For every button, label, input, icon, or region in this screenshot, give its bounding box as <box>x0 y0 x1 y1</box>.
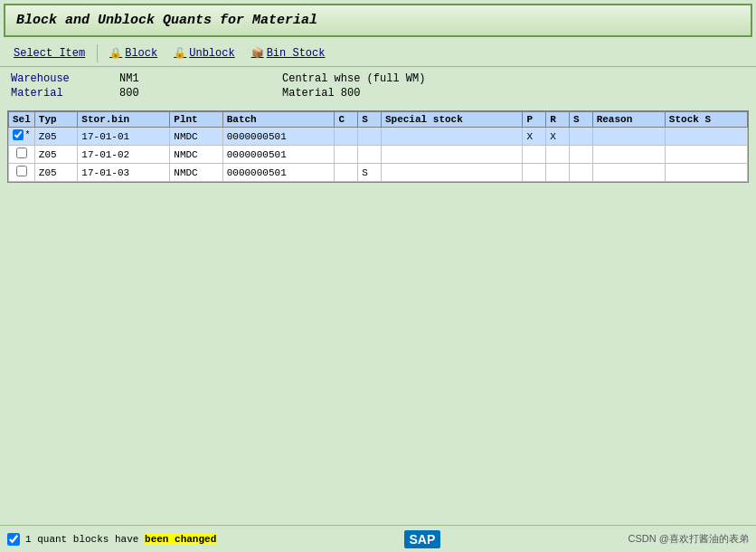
batch-cell: 0000000501 <box>222 146 335 164</box>
s2-cell <box>569 128 592 146</box>
select-item-label: Select Item <box>14 47 85 60</box>
warehouse-row: Warehouse NM1 Central whse (full WM) <box>11 72 745 85</box>
stor-bin-cell: 17-01-03 <box>78 164 170 182</box>
unlock-icon <box>174 47 186 60</box>
table-row: *Z0517-01-01NMDC0000000501XX <box>9 128 748 146</box>
table-row: Z0517-01-02NMDC0000000501 <box>9 146 748 164</box>
stor-bin-cell: 17-01-01 <box>78 128 170 146</box>
stock-s-cell <box>665 146 747 164</box>
quants-table: Sel Typ Stor.bin Plnt Batch C S Special … <box>8 111 748 182</box>
table-body: *Z0517-01-01NMDC0000000501XXZ0517-01-02N… <box>9 128 748 182</box>
plnt-cell: NMDC <box>170 164 222 182</box>
p-cell <box>523 164 546 182</box>
batch-cell: 0000000501 <box>222 128 335 146</box>
reason-cell <box>592 164 665 182</box>
sel-cell[interactable]: * <box>9 128 35 146</box>
col-stor-bin: Stor.bin <box>78 112 170 128</box>
plnt-cell: NMDC <box>170 146 222 164</box>
warehouse-value: NM1 <box>119 72 192 85</box>
table-header-row: Sel Typ Stor.bin Plnt Batch C S Special … <box>9 112 748 128</box>
row-checkbox[interactable] <box>16 148 27 158</box>
title-text: Block and Unblock Quants for Material <box>16 13 317 28</box>
col-typ: Typ <box>34 112 78 128</box>
typ-cell: Z05 <box>34 164 78 182</box>
stock-s-cell <box>665 164 747 182</box>
special-stock-cell <box>381 146 522 164</box>
c-cell <box>335 146 358 164</box>
material-label: Material <box>11 87 83 100</box>
select-item-button[interactable]: Select Item <box>7 44 91 62</box>
col-c: C <box>335 112 358 128</box>
r-cell: X <box>546 128 570 146</box>
typ-cell: Z05 <box>34 128 78 146</box>
stock-s-cell <box>665 128 747 146</box>
r-cell <box>546 146 570 164</box>
col-sel: Sel <box>9 112 35 128</box>
col-p: P <box>523 112 546 128</box>
status-checkbox[interactable] <box>7 533 20 546</box>
special-stock-cell <box>381 164 522 182</box>
quants-table-container: Sel Typ Stor.bin Plnt Batch C S Special … <box>7 110 749 183</box>
table-row: Z0517-01-03NMDC0000000501S <box>9 164 748 182</box>
info-section: Warehouse NM1 Central whse (full WM) Mat… <box>0 67 756 107</box>
bin-stock-button[interactable]: Bin Stock <box>245 44 332 62</box>
status-prefix: 1 quant blocks have <box>25 534 145 545</box>
s-cell <box>358 128 382 146</box>
r-cell <box>546 164 570 182</box>
s-cell <box>358 146 382 164</box>
material-desc: Material 800 <box>282 87 360 100</box>
sel-cell[interactable] <box>9 164 35 182</box>
status-bar: 1 quant blocks have been changed SAP CSD… <box>0 525 756 552</box>
sel-cell[interactable] <box>9 146 35 164</box>
bin-icon <box>251 47 264 60</box>
row-checkbox[interactable] <box>16 166 27 176</box>
warehouse-desc: Central whse (full WM) <box>282 72 425 85</box>
reason-cell <box>592 146 665 164</box>
row-checkbox[interactable] <box>13 129 24 140</box>
batch-cell: 0000000501 <box>222 164 335 182</box>
col-batch: Batch <box>222 112 335 128</box>
status-message: 1 quant blocks have been changed <box>7 533 216 546</box>
toolbar-separator-1 <box>97 44 98 62</box>
col-stock-s: Stock S <box>665 112 747 128</box>
s2-cell <box>569 164 592 182</box>
typ-cell: Z05 <box>34 146 78 164</box>
material-row: Material 800 Material 800 <box>11 87 745 100</box>
window-title: Block and Unblock Quants for Material <box>4 4 752 37</box>
col-s: S <box>358 112 382 128</box>
block-label: Block <box>125 47 157 60</box>
col-s2: S <box>569 112 592 128</box>
col-reason: Reason <box>592 112 665 128</box>
block-button[interactable]: Block <box>103 44 164 62</box>
col-special-stock: Special stock <box>381 112 522 128</box>
sap-logo-box: SAP <box>404 530 441 548</box>
col-plnt: Plnt <box>170 112 222 128</box>
reason-cell <box>592 128 665 146</box>
plnt-cell: NMDC <box>170 128 222 146</box>
c-cell <box>335 164 358 182</box>
lock-icon <box>109 47 122 60</box>
sap-logo: SAP <box>404 530 441 548</box>
status-highlight: been changed <box>145 534 216 545</box>
p-cell <box>523 146 546 164</box>
p-cell: X <box>523 128 546 146</box>
stor-bin-cell: 17-01-02 <box>78 146 170 164</box>
warehouse-label: Warehouse <box>11 72 83 85</box>
col-r: R <box>546 112 570 128</box>
footer-text: CSDN @喜欢打酱油的表弟 <box>628 532 749 546</box>
s-cell: S <box>358 164 382 182</box>
special-stock-cell <box>381 128 522 146</box>
material-value: 800 <box>119 87 192 100</box>
status-text: 1 quant blocks have been changed <box>25 534 216 545</box>
unblock-button[interactable]: Unblock <box>167 44 241 62</box>
c-cell <box>335 128 358 146</box>
s2-cell <box>569 146 592 164</box>
bin-stock-label: Bin Stock <box>267 47 326 60</box>
unblock-label: Unblock <box>189 47 234 60</box>
toolbar: Select Item Block Unblock Bin Stock <box>0 41 756 67</box>
